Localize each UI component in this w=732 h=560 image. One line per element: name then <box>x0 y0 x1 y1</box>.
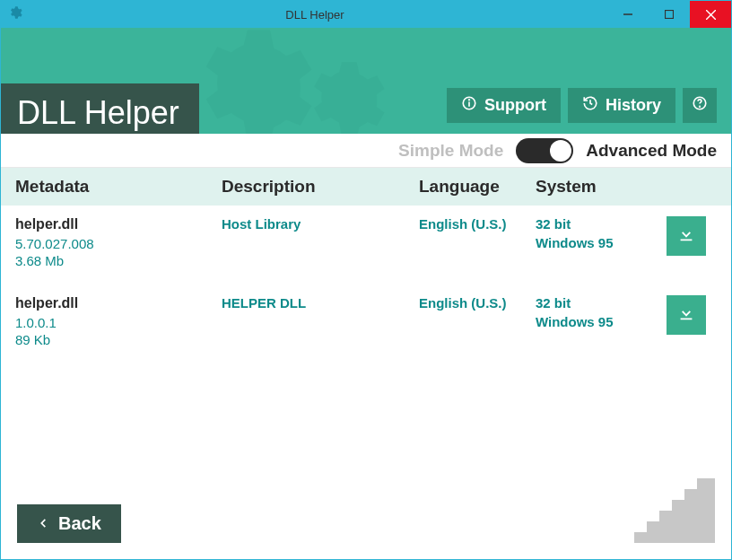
dll-name: helper.dll <box>15 216 222 232</box>
os-label: Windows 95 <box>536 235 667 250</box>
gear-icon[interactable] <box>8 5 22 23</box>
system-cell: 32 bit Windows 95 <box>536 216 667 254</box>
column-metadata: Metadata <box>15 177 222 197</box>
dll-size: 89 Kb <box>15 332 222 347</box>
support-button[interactable]: Support <box>447 88 561 123</box>
watermark-stairs <box>634 471 715 543</box>
system-cell: 32 bit Windows 95 <box>536 295 667 333</box>
column-description: Description <box>222 177 419 197</box>
header-buttons: Support History <box>447 88 717 123</box>
toggle-knob <box>550 140 571 162</box>
history-label: History <box>606 96 661 115</box>
svg-point-8 <box>700 106 701 107</box>
back-button[interactable]: Back <box>17 504 121 543</box>
bits-label: 32 bit <box>536 216 667 232</box>
column-system: System <box>536 177 667 197</box>
dll-version: 1.0.0.1 <box>15 315 222 330</box>
info-icon <box>461 95 477 116</box>
dll-name: helper.dll <box>15 295 222 311</box>
window-buttons <box>607 1 731 28</box>
maximize-button[interactable] <box>649 1 690 28</box>
language-cell: English (U.S.) <box>419 295 536 311</box>
simple-mode-label[interactable]: Simple Mode <box>398 141 503 161</box>
minimize-button[interactable] <box>607 1 649 28</box>
svg-point-6 <box>469 100 470 101</box>
dll-size: 3.68 Mb <box>15 253 222 268</box>
description-cell: HELPER DLL <box>222 295 419 311</box>
bits-label: 32 bit <box>536 295 667 311</box>
column-language: Language <box>419 177 536 197</box>
mode-bar: Simple Mode Advanced Mode <box>1 134 731 168</box>
help-button[interactable] <box>683 88 717 123</box>
download-icon <box>676 224 696 248</box>
download-icon <box>676 303 696 327</box>
app-title: DLL Helper <box>1 83 199 134</box>
header: DLL Helper Support History <box>1 28 731 134</box>
os-label: Windows 95 <box>536 314 667 329</box>
svg-rect-1 <box>666 11 674 19</box>
history-icon <box>582 95 598 116</box>
metadata-cell: helper.dll 5.70.027.008 3.68 Mb <box>15 216 222 270</box>
description-cell: Host Library <box>222 216 419 232</box>
window-title: DLL Helper <box>22 8 607 22</box>
table-row: helper.dll 5.70.027.008 3.68 Mb Host Lib… <box>1 206 731 284</box>
download-button[interactable] <box>667 295 706 335</box>
back-label: Back <box>58 513 101 534</box>
mode-toggle[interactable] <box>516 138 573 163</box>
chevron-left-icon <box>37 513 49 534</box>
close-button[interactable] <box>690 1 731 28</box>
history-button[interactable]: History <box>568 88 675 123</box>
support-label: Support <box>484 96 546 115</box>
advanced-mode-label[interactable]: Advanced Mode <box>586 141 717 161</box>
app-window: DLL Helper DLL Helper Support History Si… <box>0 0 732 560</box>
table-header: Metadata Description Language System <box>1 168 731 206</box>
dll-version: 5.70.027.008 <box>15 236 222 251</box>
help-icon <box>692 95 708 116</box>
metadata-cell: helper.dll 1.0.0.1 89 Kb <box>15 295 222 349</box>
footer: Back <box>1 459 731 559</box>
titlebar: DLL Helper <box>1 1 731 28</box>
download-button[interactable] <box>667 216 706 256</box>
table-row: helper.dll 1.0.0.1 89 Kb HELPER DLL Engl… <box>1 284 731 363</box>
language-cell: English (U.S.) <box>419 216 536 232</box>
